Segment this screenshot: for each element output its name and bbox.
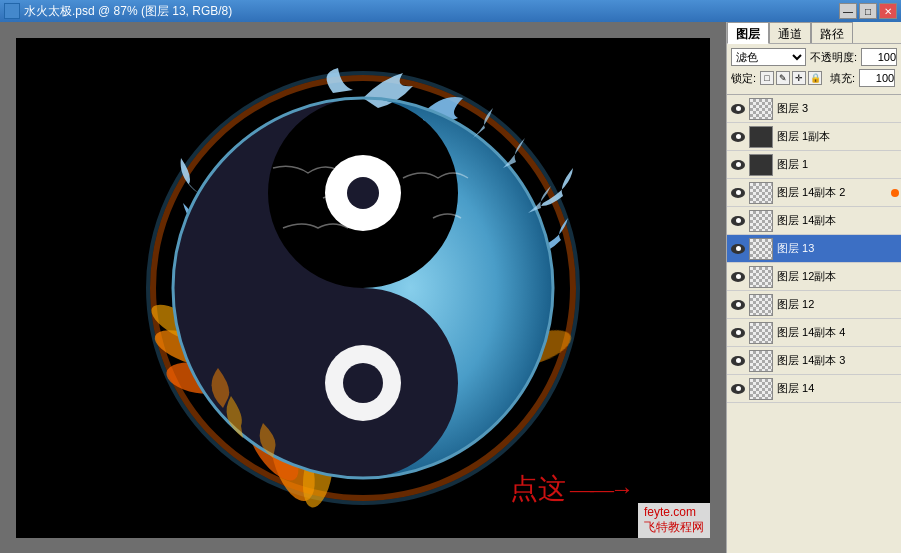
layer-item[interactable]: 图层 3 xyxy=(727,95,901,123)
layer-name-label: 图层 13 xyxy=(777,241,899,256)
yinyang-artwork xyxy=(123,48,603,528)
layer-name-label: 图层 14 xyxy=(777,381,899,396)
layer-thumbnail xyxy=(749,378,773,400)
layer-visibility-icon[interactable] xyxy=(729,184,747,202)
window-controls: — □ ✕ xyxy=(839,3,897,19)
layer-thumbnail xyxy=(749,210,773,232)
layer-name-label: 图层 14副本 3 xyxy=(777,353,899,368)
layer-thumbnail xyxy=(749,154,773,176)
layer-visibility-icon[interactable] xyxy=(729,352,747,370)
layer-item[interactable]: 图层 1副本 xyxy=(727,123,901,151)
layer-thumbnail xyxy=(749,182,773,204)
canvas-area[interactable]: 点这 ——→ feyte.com 飞特教程网 xyxy=(0,22,726,553)
right-panel: 图层 通道 路径 滤色 不透明度: 锁定: □ ✎ ✛ 🔒 xyxy=(726,22,901,553)
layer-name-label: 图层 14副本 2 xyxy=(777,185,889,200)
layer-thumbnail xyxy=(749,98,773,120)
lock-label: 锁定: xyxy=(731,71,756,86)
annotation-arrow: ——→ xyxy=(570,476,630,503)
layer-list[interactable]: 图层 3图层 1副本图层 1图层 14副本 2图层 14副本图层 13图层 12… xyxy=(727,95,901,553)
layer-thumbnail xyxy=(749,322,773,344)
layer-name-label: 图层 1副本 xyxy=(777,129,899,144)
layer-thumbnail xyxy=(749,294,773,316)
layer-name-label: 图层 3 xyxy=(777,101,899,116)
watermark-line1: feyte.com xyxy=(644,505,704,521)
fill-input[interactable] xyxy=(859,69,895,87)
lock-row: 锁定: □ ✎ ✛ 🔒 填充: xyxy=(731,69,897,87)
annotation-text: 点这 ——→ xyxy=(510,470,630,508)
layer-item[interactable]: 图层 13 xyxy=(727,235,901,263)
title-bar: 水火太极.psd @ 87% (图层 13, RGB/8) — □ ✕ xyxy=(0,0,901,22)
layer-thumbnail xyxy=(749,126,773,148)
layer-visibility-icon[interactable] xyxy=(729,128,747,146)
canvas-image: 点这 ——→ feyte.com 飞特教程网 xyxy=(16,38,710,538)
panel-controls: 滤色 不透明度: 锁定: □ ✎ ✛ 🔒 填充: xyxy=(727,44,901,95)
main-area: 点这 ——→ feyte.com 飞特教程网 图层 通道 路径 滤色 不透 xyxy=(0,22,901,553)
tab-channels[interactable]: 通道 xyxy=(769,22,811,43)
layer-item[interactable]: 图层 14 xyxy=(727,375,901,403)
layer-item[interactable]: 图层 14副本 3 xyxy=(727,347,901,375)
window-icon xyxy=(4,3,20,19)
layer-name-label: 图层 14副本 xyxy=(777,213,899,228)
layer-item[interactable]: 图层 1 xyxy=(727,151,901,179)
layer-visibility-icon[interactable] xyxy=(729,100,747,118)
layer-name-label: 图层 12 xyxy=(777,297,899,312)
layer-item[interactable]: 图层 14副本 2 xyxy=(727,179,901,207)
panel-tabs: 图层 通道 路径 xyxy=(727,22,901,44)
layer-item[interactable]: 图层 12 xyxy=(727,291,901,319)
layer-item[interactable]: 图层 12副本 xyxy=(727,263,901,291)
layer-visibility-icon[interactable] xyxy=(729,380,747,398)
layer-name-label: 图层 1 xyxy=(777,157,899,172)
layer-visibility-icon[interactable] xyxy=(729,212,747,230)
window-title: 水火太极.psd @ 87% (图层 13, RGB/8) xyxy=(20,3,839,20)
blend-row: 滤色 不透明度: xyxy=(731,48,897,66)
tab-paths[interactable]: 路径 xyxy=(811,22,853,43)
close-button[interactable]: ✕ xyxy=(879,3,897,19)
lock-transparent-icon[interactable]: □ xyxy=(760,71,774,85)
layer-name-label: 图层 14副本 4 xyxy=(777,325,899,340)
fill-label: 填充: xyxy=(830,71,855,86)
maximize-button[interactable]: □ xyxy=(859,3,877,19)
tab-layers[interactable]: 图层 xyxy=(727,22,769,44)
layer-thumbnail xyxy=(749,350,773,372)
minimize-button[interactable]: — xyxy=(839,3,857,19)
lock-position-icon[interactable]: ✛ xyxy=(792,71,806,85)
layer-indicator xyxy=(891,189,899,197)
svg-point-13 xyxy=(343,363,383,403)
layer-thumbnail xyxy=(749,238,773,260)
layer-visibility-icon[interactable] xyxy=(729,296,747,314)
layer-item[interactable]: 图层 14副本 4 xyxy=(727,319,901,347)
svg-point-14 xyxy=(347,177,379,209)
lock-icons: □ ✎ ✛ 🔒 xyxy=(760,71,822,85)
opacity-input[interactable] xyxy=(861,48,897,66)
annotation-label: 点这 xyxy=(510,470,566,508)
lock-image-icon[interactable]: ✎ xyxy=(776,71,790,85)
opacity-label: 不透明度: xyxy=(810,50,857,65)
layer-name-label: 图层 12副本 xyxy=(777,269,899,284)
layer-visibility-icon[interactable] xyxy=(729,240,747,258)
watermark: feyte.com 飞特教程网 xyxy=(638,503,710,538)
lock-all-icon[interactable]: 🔒 xyxy=(808,71,822,85)
layer-item[interactable]: 图层 14副本 xyxy=(727,207,901,235)
layer-visibility-icon[interactable] xyxy=(729,268,747,286)
watermark-line2: 飞特教程网 xyxy=(644,520,704,536)
layer-visibility-icon[interactable] xyxy=(729,156,747,174)
layer-thumbnail xyxy=(749,266,773,288)
blend-mode-select[interactable]: 滤色 xyxy=(731,48,806,66)
layer-visibility-icon[interactable] xyxy=(729,324,747,342)
